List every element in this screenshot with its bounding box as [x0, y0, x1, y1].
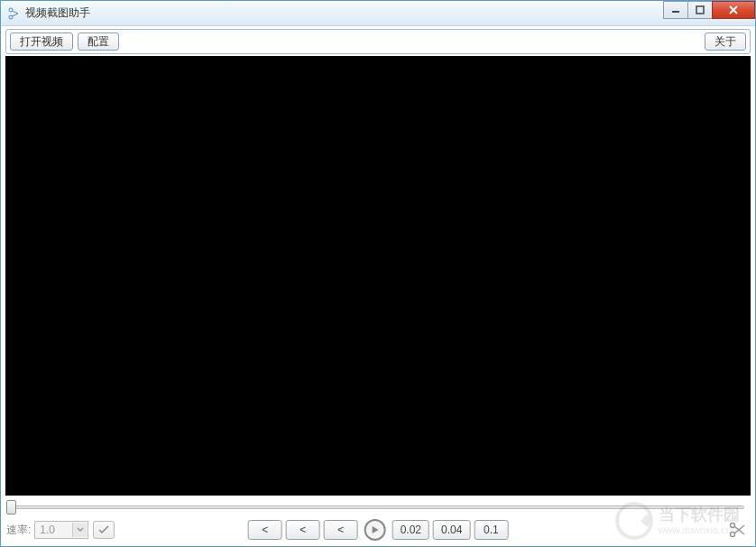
svg-line-8: [734, 526, 744, 534]
close-icon: [728, 5, 739, 14]
speed-value: 1.0: [40, 524, 55, 536]
window-title: 视频截图助手: [25, 5, 90, 21]
screenshot-button[interactable]: [724, 520, 750, 540]
video-viewport[interactable]: [5, 56, 751, 496]
playback-controls: < < < 0.02 0.04 0.1: [248, 519, 509, 541]
maximize-icon: [696, 5, 705, 14]
speed-combobox[interactable]: 1.0: [34, 521, 88, 539]
chevron-down-icon: [72, 523, 87, 537]
app-window: 视频截图助手 打开视频 配置 关于 速率: 1.0: [0, 0, 756, 547]
step-forward-button-3[interactable]: 0.1: [474, 520, 508, 540]
step-forward-button-2[interactable]: 0.04: [433, 520, 470, 540]
app-icon: [6, 6, 21, 21]
play-icon: [371, 525, 380, 534]
check-icon: [98, 525, 109, 534]
seek-track: [12, 505, 744, 509]
toolbar: 打开视频 配置 关于: [5, 29, 751, 54]
play-button[interactable]: [364, 519, 386, 541]
titlebar: 视频截图助手: [1, 1, 755, 26]
step-back-button-3[interactable]: <: [324, 520, 358, 540]
config-button[interactable]: 配置: [78, 32, 119, 51]
seek-thumb[interactable]: [6, 500, 16, 515]
maximize-button[interactable]: [687, 1, 713, 19]
close-button[interactable]: [712, 1, 755, 19]
seek-slider[interactable]: [6, 499, 750, 515]
minimize-icon: [671, 5, 680, 14]
speed-label: 速率:: [6, 523, 31, 538]
bottom-controls: 速率: 1.0 < < < 0.02 0.04 0.1: [6, 517, 750, 542]
svg-line-9: [734, 525, 744, 533]
svg-rect-3: [696, 6, 704, 14]
about-button[interactable]: 关于: [705, 32, 746, 51]
minimize-button[interactable]: [663, 1, 688, 19]
open-video-button[interactable]: 打开视频: [10, 32, 73, 51]
window-controls: [664, 1, 755, 19]
step-back-button-2[interactable]: <: [286, 520, 320, 540]
scissors-icon: [728, 522, 746, 538]
step-forward-button-1[interactable]: 0.02: [392, 520, 429, 540]
step-back-button-1[interactable]: <: [248, 520, 282, 540]
apply-speed-button[interactable]: [93, 521, 115, 539]
